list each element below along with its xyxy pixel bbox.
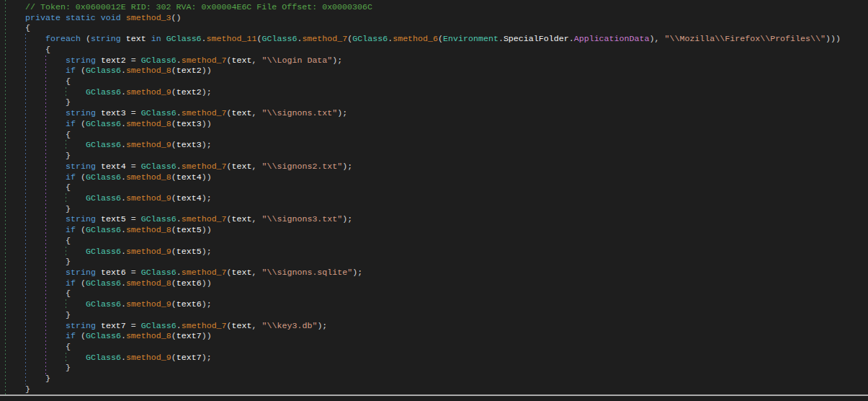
token-method: smethod_9: [126, 299, 171, 309]
token-method: smethod_8: [126, 119, 171, 128]
code-line[interactable]: GClass6.smethod_9(text3);: [0, 140, 841, 151]
code-line[interactable]: {: [0, 76, 841, 87]
code-line[interactable]: }: [0, 363, 841, 374]
code-line[interactable]: {: [0, 45, 841, 56]
token-identifier: text2: [176, 66, 202, 75]
token-keyword: if: [66, 172, 81, 182]
token-punctuation: (: [81, 331, 86, 340]
code-line[interactable]: }: [0, 374, 841, 384]
code-line[interactable]: }: [0, 384, 841, 395]
token-punctuation: )): [202, 225, 212, 234]
code-line[interactable]: if (GClass6.smethod_8(text2)): [0, 66, 841, 76]
code-line[interactable]: private static void smethod_3(): [0, 13, 841, 24]
token-punctuation: )): [202, 172, 212, 182]
token-method: smethod_8: [126, 225, 171, 234]
decompiled-code-editor[interactable]: // Token: 0x0600012E RID: 302 RVA: 0x000…: [0, 0, 868, 401]
token-identifier: text6: [176, 299, 202, 309]
code-line[interactable]: string text6 = GClass6.smethod_7(text, "…: [0, 268, 841, 278]
token-method: smethod_7: [182, 214, 227, 224]
code-line[interactable]: // Token: 0x0600012E RID: 302 RVA: 0x000…: [0, 2, 841, 13]
token-method: smethod_7: [182, 321, 227, 330]
code-line[interactable]: string text5 = GClass6.smethod_7(text, "…: [0, 214, 841, 225]
code-line[interactable]: {: [0, 23, 841, 34]
token-punctuation: (: [171, 331, 176, 340]
code-line[interactable]: }: [0, 204, 841, 215]
code-line[interactable]: }: [0, 257, 841, 268]
token-keyword: string: [66, 321, 101, 330]
token-type: GClass6: [86, 247, 121, 256]
code-line[interactable]: GClass6.smethod_9(text7);: [0, 353, 841, 363]
token-punctuation: .: [121, 299, 126, 309]
token-punctuation: .: [176, 162, 182, 171]
code-line[interactable]: {: [0, 236, 841, 247]
token-identifier: text2: [176, 87, 202, 97]
token-identifier: text7: [176, 331, 202, 340]
code-line[interactable]: foreach (string text in GClass6.smethod_…: [0, 34, 841, 45]
token-punctuation: {: [66, 236, 71, 245]
code-line[interactable]: }: [0, 151, 841, 162]
token-punctuation: .: [176, 321, 182, 330]
token-type: GClass6: [141, 108, 176, 118]
token-type: GClass6: [86, 331, 121, 340]
code-line[interactable]: {: [0, 130, 841, 141]
code-line[interactable]: if (GClass6.smethod_8(text4)): [0, 172, 841, 183]
token-method: smethod_8: [126, 331, 171, 340]
code-line[interactable]: if (GClass6.smethod_8(text7)): [0, 331, 841, 342]
token-keyword: if: [66, 66, 81, 75]
code-line[interactable]: {: [0, 288, 841, 299]
token-punctuation: );: [337, 108, 347, 118]
token-identifier: text3: [101, 108, 126, 118]
token-type: GClass6: [86, 119, 121, 128]
token-punctuation: .: [121, 278, 126, 288]
token-punctuation: =: [126, 214, 141, 224]
code-line[interactable]: }: [0, 97, 841, 108]
token-punctuation: );: [202, 87, 212, 97]
token-punctuation: .: [121, 66, 126, 75]
token-type: GClass6: [352, 34, 388, 43]
code-line[interactable]: }: [0, 310, 841, 321]
token-keyword: string: [66, 108, 101, 118]
code-line[interactable]: {: [0, 342, 841, 353]
code-line[interactable]: string text7 = GClass6.smethod_7(text, "…: [0, 321, 841, 332]
code-line[interactable]: string text2 = GClass6.smethod_7(text, "…: [0, 56, 841, 66]
token-punctuation: }: [66, 97, 71, 107]
token-identifier: text3: [176, 140, 202, 149]
token-identifier: text: [232, 268, 252, 277]
code-line[interactable]: GClass6.smethod_9(text6);: [0, 299, 841, 310]
code-line[interactable]: if (GClass6.smethod_8(text6)): [0, 278, 841, 289]
token-punctuation: .: [176, 268, 182, 277]
token-string: "\\Login Data": [262, 56, 333, 65]
code-line[interactable]: if (GClass6.smethod_8(text3)): [0, 119, 841, 130]
token-method: smethod_8: [126, 278, 171, 288]
token-punctuation: (: [171, 87, 176, 97]
code-line[interactable]: GClass6.smethod_9(text4);: [0, 193, 841, 204]
token-punctuation: )): [202, 278, 212, 288]
code-line[interactable]: string text3 = GClass6.smethod_7(text, "…: [0, 108, 841, 119]
token-punctuation: (: [227, 162, 232, 171]
token-punctuation: .: [121, 247, 126, 256]
code-lines: // Token: 0x0600012E RID: 302 RVA: 0x000…: [0, 2, 841, 395]
token-method: smethod_9: [126, 353, 171, 362]
code-line[interactable]: {: [0, 182, 841, 193]
token-type: GClass6: [141, 214, 176, 224]
token-keyword: in: [146, 34, 166, 43]
token-punctuation: =: [126, 268, 141, 277]
token-keyword: if: [66, 119, 81, 128]
token-punctuation: =: [126, 162, 141, 171]
code-line[interactable]: GClass6.smethod_9(text2);: [0, 87, 841, 98]
token-type: GClass6: [86, 225, 121, 234]
token-punctuation: (: [81, 66, 86, 75]
token-punctuation: (: [86, 34, 91, 43]
token-method: smethod_7: [182, 162, 227, 171]
token-identifier: text: [232, 56, 252, 65]
token-comment: // Token: 0x0600012E RID: 302 RVA: 0x000…: [25, 2, 372, 12]
token-type: GClass6: [86, 353, 121, 362]
member-separator-line: [0, 395, 868, 396]
token-punctuation: .: [121, 119, 126, 128]
token-string: "\\signons.txt": [262, 108, 338, 118]
token-punctuation: .: [121, 353, 126, 362]
code-line[interactable]: if (GClass6.smethod_8(text5)): [0, 225, 841, 236]
code-line[interactable]: string text4 = GClass6.smethod_7(text, "…: [0, 162, 841, 172]
code-line[interactable]: GClass6.smethod_9(text5);: [0, 247, 841, 257]
token-identifier: text: [232, 321, 252, 330]
